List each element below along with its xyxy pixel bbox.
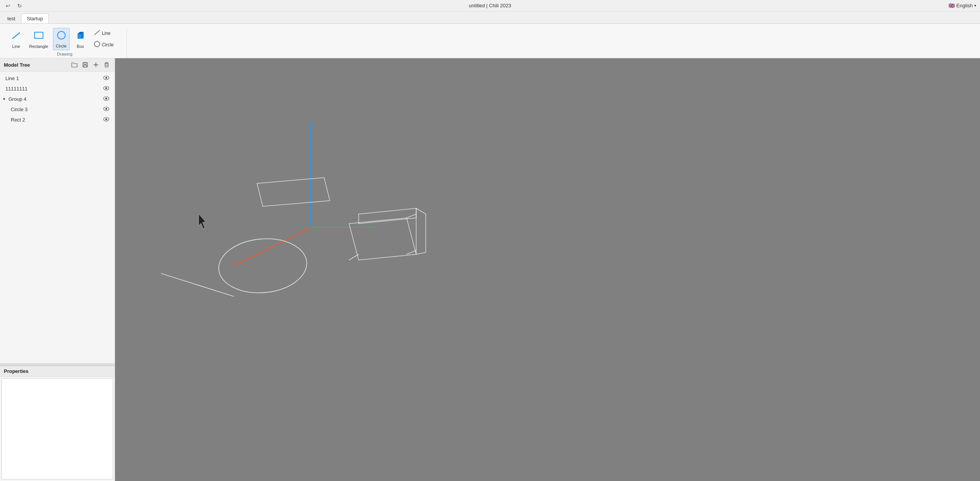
tree-item-line1[interactable]: Line 1 <box>0 73 115 84</box>
svg-marker-34 <box>416 208 426 254</box>
svg-line-36 <box>407 214 416 218</box>
tree-item-line1-label: Line 1 <box>5 76 19 81</box>
tree-item-group4-label: Group 4 <box>8 96 26 102</box>
model-tree-title: Model Tree <box>4 62 30 68</box>
circle-small-label: Circle <box>102 42 114 48</box>
line-label: Line <box>12 44 20 49</box>
title-left: ↩ ↻ <box>4 2 24 10</box>
line-small-icon <box>94 29 100 38</box>
tree-item-group4[interactable]: ▾ Group 4 <box>0 94 115 104</box>
svg-point-19 <box>105 87 107 89</box>
viewport-svg <box>115 58 980 481</box>
circle-label: Circle <box>56 44 66 48</box>
svg-point-2 <box>58 31 65 39</box>
ribbon-tool-line[interactable]: Line <box>8 29 25 50</box>
svg-point-7 <box>94 41 100 47</box>
svg-point-25 <box>105 118 107 120</box>
tab-bar: test Startup <box>0 11 980 24</box>
flag-icon: 🇬🇧 <box>949 3 955 8</box>
svg-rect-9 <box>84 62 86 64</box>
ribbon-tool-line-small[interactable]: Line <box>91 28 122 39</box>
chevron-down-group4-icon: ▾ <box>3 97 5 102</box>
ribbon-tools-row: Line Rectangle Circle <box>8 28 122 50</box>
ribbon-tool-circle[interactable]: Circle <box>53 28 70 50</box>
language-label: English <box>956 3 973 8</box>
svg-rect-10 <box>84 65 87 67</box>
app-title: untitled | Chili 2023 <box>469 3 511 8</box>
svg-point-17 <box>105 77 107 79</box>
model-tree-content: Line 1 11111111 <box>0 72 115 363</box>
svg-line-6 <box>94 30 100 35</box>
tree-open-folder-button[interactable] <box>70 61 79 69</box>
tree-add-button[interactable] <box>92 61 100 69</box>
ribbon-group-label-drawing: Drawing <box>57 52 72 56</box>
box-3d-icon <box>75 30 86 43</box>
svg-rect-13 <box>105 63 108 67</box>
title-right: 🇬🇧 English ▾ <box>949 3 976 8</box>
main-area: Model Tree <box>0 58 980 481</box>
svg-line-37 <box>407 251 416 254</box>
properties-header: Properties <box>0 366 115 377</box>
model-tree-section: Model Tree <box>0 58 115 366</box>
svg-line-31 <box>161 274 234 297</box>
svg-line-35 <box>349 254 359 260</box>
properties-content <box>2 378 113 479</box>
ribbon-tool-rectangle[interactable]: Rectangle <box>27 29 51 50</box>
svg-marker-32 <box>349 218 416 260</box>
properties-section: Properties <box>0 366 115 481</box>
left-panel: Model Tree <box>0 58 115 481</box>
model-tree-header: Model Tree <box>0 58 115 72</box>
ribbon-tool-box[interactable]: Box <box>72 29 89 50</box>
svg-rect-1 <box>35 32 43 38</box>
viewport[interactable] <box>115 58 980 481</box>
tree-item-circle3-visibility[interactable] <box>103 106 109 113</box>
tree-item-11111111-label: 11111111 <box>5 86 28 92</box>
svg-line-0 <box>12 33 20 39</box>
tree-item-group4-visibility[interactable] <box>103 95 109 103</box>
svg-point-21 <box>105 98 107 100</box>
svg-line-28 <box>234 228 311 266</box>
ribbon-small-tools: Line Circle <box>91 28 122 50</box>
circle-draw-icon <box>56 30 67 43</box>
undo-button[interactable]: ↩ <box>4 2 12 10</box>
tree-item-11111111[interactable]: 11111111 <box>0 84 115 94</box>
tree-item-circle3[interactable]: Circle 3 <box>0 104 115 115</box>
chevron-down-icon: ▾ <box>974 3 976 8</box>
rectangle-label: Rectangle <box>29 44 48 49</box>
box-label: Box <box>77 44 84 49</box>
line-icon <box>11 30 21 43</box>
tree-item-rect2-visibility[interactable] <box>103 116 109 123</box>
tab-startup[interactable]: Startup <box>21 13 49 23</box>
svg-marker-29 <box>257 178 330 207</box>
rectangle-icon <box>33 30 44 43</box>
title-bar: ↩ ↻ untitled | Chili 2023 🇬🇧 English ▾ <box>0 0 980 11</box>
tree-item-circle3-label: Circle 3 <box>11 107 28 112</box>
tree-item-line1-visibility[interactable] <box>103 75 109 82</box>
tree-item-11111111-visibility[interactable] <box>103 85 109 92</box>
language-selector[interactable]: 🇬🇧 English ▾ <box>949 3 976 8</box>
tree-item-rect2-label: Rect 2 <box>11 117 25 123</box>
svg-marker-38 <box>199 214 206 229</box>
ribbon-group-drawing: Line Rectangle Circle <box>3 28 127 58</box>
circle-small-icon <box>94 41 100 49</box>
ribbon: Line Rectangle Circle <box>0 24 980 58</box>
svg-point-23 <box>105 108 107 110</box>
tree-item-rect2[interactable]: Rect 2 <box>0 115 115 125</box>
tree-resize-handle[interactable] <box>0 363 115 366</box>
svg-point-30 <box>216 235 309 297</box>
tab-test[interactable]: test <box>2 13 21 23</box>
tree-save-button[interactable] <box>81 61 89 69</box>
line-small-label: Line <box>102 31 111 36</box>
ribbon-tool-circle-small[interactable]: Circle <box>91 39 122 50</box>
model-tree-actions <box>70 61 111 69</box>
redo-button[interactable]: ↻ <box>15 2 24 10</box>
tree-delete-button[interactable] <box>102 61 111 69</box>
